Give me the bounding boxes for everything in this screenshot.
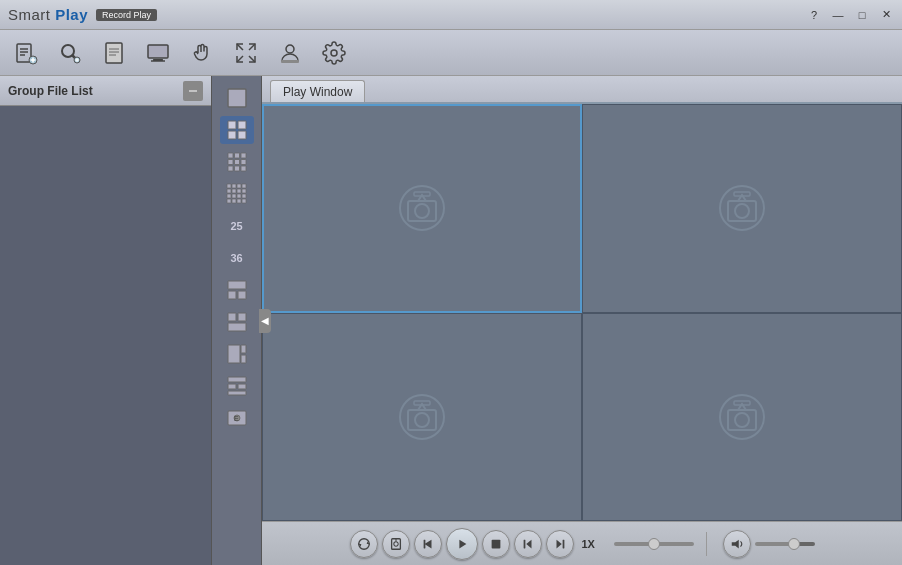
volume-section xyxy=(723,530,815,558)
volume-button[interactable] xyxy=(723,530,751,558)
next-frame-button[interactable] xyxy=(546,530,574,558)
sync-button[interactable] xyxy=(350,530,378,558)
rewind-button[interactable] xyxy=(414,530,442,558)
layout-map-button[interactable]: E xyxy=(220,404,254,432)
camera-icon-2 xyxy=(712,183,772,233)
prev-frame-button[interactable] xyxy=(514,530,542,558)
svg-point-23 xyxy=(286,45,294,53)
sidebar: Group File List xyxy=(0,76,212,565)
toolbar xyxy=(0,30,902,76)
layout-3x3-button[interactable] xyxy=(220,148,254,176)
svg-rect-48 xyxy=(242,189,246,193)
svg-rect-16 xyxy=(148,45,168,58)
volume-thumb[interactable] xyxy=(788,538,800,550)
layout-custom3-button[interactable] xyxy=(220,340,254,368)
titlebar-controls: ? — □ ✕ xyxy=(806,8,894,21)
layout-panel: ◀ xyxy=(212,76,262,565)
svg-rect-50 xyxy=(232,194,236,198)
svg-line-20 xyxy=(249,44,255,50)
svg-rect-62 xyxy=(228,323,246,331)
main-content: Group File List ◀ xyxy=(0,76,902,565)
play-area: Play Window xyxy=(262,76,902,565)
svg-rect-35 xyxy=(228,160,233,165)
svg-rect-32 xyxy=(228,153,233,158)
title-bar: Smart Play Record Play ? — □ ✕ xyxy=(0,0,902,30)
document-icon[interactable] xyxy=(98,37,130,69)
svg-point-79 xyxy=(735,204,749,218)
svg-rect-47 xyxy=(237,189,241,193)
svg-rect-57 xyxy=(228,281,246,289)
svg-rect-46 xyxy=(232,189,236,193)
user-icon[interactable] xyxy=(274,37,306,69)
volume-slider[interactable] xyxy=(755,542,815,546)
svg-rect-34 xyxy=(241,153,246,158)
camera-icon-4 xyxy=(712,392,772,442)
svg-rect-45 xyxy=(227,189,231,193)
svg-rect-93 xyxy=(491,539,500,548)
svg-rect-69 xyxy=(228,391,246,395)
svg-rect-54 xyxy=(232,199,236,203)
group-file-header: Group File List xyxy=(0,76,211,106)
svg-rect-42 xyxy=(232,184,236,188)
search-icon[interactable] xyxy=(54,37,86,69)
svg-rect-49 xyxy=(227,194,231,198)
svg-rect-61 xyxy=(238,313,246,321)
svg-rect-65 xyxy=(241,355,246,363)
layout-25-button[interactable]: 25 xyxy=(220,212,254,240)
play-button[interactable] xyxy=(446,528,478,560)
camera-cell-3[interactable] xyxy=(262,313,582,522)
hand-icon[interactable] xyxy=(186,37,218,69)
svg-line-22 xyxy=(237,56,243,62)
svg-rect-64 xyxy=(241,345,246,353)
svg-rect-94 xyxy=(523,539,525,548)
svg-rect-24 xyxy=(281,60,299,63)
svg-rect-41 xyxy=(227,184,231,188)
layout-custom1-button[interactable] xyxy=(220,276,254,304)
expand-icon[interactable] xyxy=(230,37,262,69)
restore-button[interactable]: □ xyxy=(854,9,870,21)
clip-button[interactable] xyxy=(382,530,410,558)
delete-icon-button[interactable] xyxy=(183,81,203,101)
add-file-icon[interactable] xyxy=(10,37,42,69)
titlebar-left: Smart Play Record Play xyxy=(8,6,157,23)
camera-cell-2[interactable] xyxy=(582,104,902,313)
camera-cell-4[interactable] xyxy=(582,313,902,522)
screen-icon[interactable] xyxy=(142,37,174,69)
svg-rect-38 xyxy=(228,166,233,171)
svg-rect-53 xyxy=(227,199,231,203)
layout-4x4-button[interactable] xyxy=(220,180,254,208)
svg-rect-29 xyxy=(238,121,246,129)
collapse-arrow[interactable]: ◀ xyxy=(259,309,271,333)
svg-rect-63 xyxy=(228,345,240,363)
svg-rect-27 xyxy=(228,89,246,107)
stop-button[interactable] xyxy=(482,530,510,558)
svg-rect-55 xyxy=(237,199,241,203)
sidebar-content xyxy=(0,106,211,565)
progress-thumb[interactable] xyxy=(648,538,660,550)
layout-36-button[interactable]: 36 xyxy=(220,244,254,272)
svg-rect-59 xyxy=(238,291,246,299)
progress-slider[interactable] xyxy=(614,542,694,546)
app-title: Smart Play xyxy=(8,6,88,23)
play-window-tab[interactable]: Play Window xyxy=(270,80,365,102)
layout-1x1-button[interactable] xyxy=(220,84,254,112)
svg-rect-26 xyxy=(189,90,197,91)
minimize-button[interactable]: — xyxy=(830,9,846,21)
layout-2x2-button[interactable] xyxy=(220,116,254,144)
settings-icon[interactable] xyxy=(318,37,350,69)
layout-custom4-button[interactable] xyxy=(220,372,254,400)
svg-point-87 xyxy=(735,413,749,427)
close-button[interactable]: ✕ xyxy=(878,8,894,21)
svg-rect-58 xyxy=(228,291,236,299)
svg-rect-33 xyxy=(234,153,239,158)
camera-cell-1[interactable] xyxy=(262,104,582,313)
help-button[interactable]: ? xyxy=(806,9,822,21)
layout-custom2-button[interactable] xyxy=(220,308,254,336)
svg-rect-68 xyxy=(238,384,246,389)
svg-rect-44 xyxy=(242,184,246,188)
group-file-title: Group File List xyxy=(8,84,93,98)
svg-rect-52 xyxy=(242,194,246,198)
svg-rect-56 xyxy=(242,199,246,203)
camera-icon-1 xyxy=(392,183,452,233)
svg-rect-12 xyxy=(106,43,122,63)
